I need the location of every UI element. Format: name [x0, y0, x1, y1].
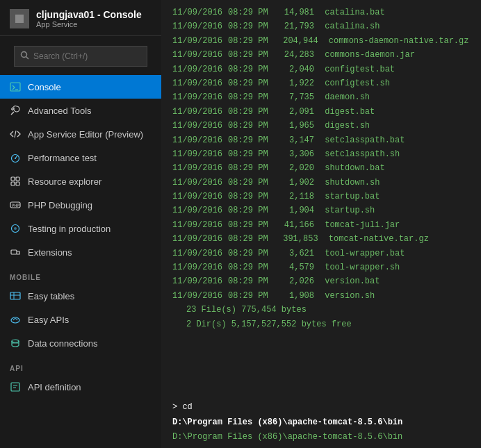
sidebar-item-data-connections-label: Data connections [28, 338, 97, 349]
file-date: 11/09/2016 [172, 260, 228, 274]
sidebar-item-advanced-tools[interactable]: Advanced Tools [0, 99, 161, 122]
svg-rect-20 [10, 292, 20, 299]
cmd-path-typed: D:\Program Files (x86)\apache-tomcat-8.5… [172, 415, 470, 431]
file-row: 11/09/2016 08:29 PM 204,944 commons-daem… [172, 34, 470, 48]
file-size: 1,965 [283, 119, 325, 133]
file-date: 11/09/2016 [172, 48, 228, 62]
file-name: commons-daemon-native.tar.gz [329, 34, 469, 48]
file-date: 11/09/2016 [172, 119, 228, 133]
file-size: 14,981 [283, 6, 325, 19]
svg-rect-13 [11, 182, 15, 185]
file-name: digest.bat [325, 105, 375, 119]
sidebar-item-easy-apis[interactable]: Easy APIs [0, 308, 161, 331]
file-name: shutdown.bat [325, 161, 384, 175]
sidebar-item-console[interactable]: Console [0, 75, 161, 99]
file-time: 08:29 PM [228, 274, 283, 288]
file-date: 11/09/2016 [172, 147, 228, 161]
file-name: version.bat [325, 274, 380, 288]
file-row: 11/09/2016 08:29 PM 2,020 shutdown.bat [172, 161, 470, 175]
file-size: 1,904 [283, 204, 325, 217]
file-name: setclasspath.bat [325, 133, 405, 147]
search-box[interactable] [14, 46, 147, 67]
file-time: 08:29 PM [228, 218, 283, 232]
file-time: 08:29 PM [228, 105, 283, 119]
file-time: 08:29 PM [228, 161, 283, 175]
file-date: 11/09/2016 [172, 176, 228, 190]
svg-rect-11 [11, 177, 15, 181]
file-name: daemon.sh [325, 90, 370, 104]
file-row: 11/09/2016 08:29 PM 3,621 tool-wrapper.b… [172, 247, 470, 260]
file-name: version.sh [325, 289, 375, 303]
sidebar-item-performance-test-label: Performance test [28, 153, 97, 163]
file-row: 11/09/2016 08:29 PM 1,902 shutdown.sh [172, 176, 470, 190]
file-row: 11/09/2016 08:29 PM 24,283 commons-daemo… [172, 48, 470, 62]
file-size: 1,922 [283, 76, 325, 90]
file-size: 391,853 [283, 232, 329, 246]
file-name: startup.bat [325, 190, 380, 204]
file-time: 08:29 PM [228, 63, 283, 76]
flask-icon [10, 223, 21, 234]
file-row: 11/09/2016 08:29 PM 1,922 configtest.sh [172, 76, 470, 90]
file-size: 3,621 [283, 247, 325, 260]
file-time: 08:29 PM [228, 147, 283, 161]
app-subtitle: App Service [36, 20, 142, 28]
console-output[interactable]: 11/09/2016 08:29 PM 14,981 catalina.bat1… [161, 0, 481, 392]
file-name: tool-wrapper.sh [325, 260, 400, 274]
sidebar-item-resource-explorer-label: Resource explorer [28, 176, 101, 187]
file-row: 11/09/2016 08:29 PM 3,147 setclasspath.b… [172, 133, 470, 147]
summary-dirs: 2 Dir(s) 5,157,527,552 bytes free [172, 317, 470, 331]
sidebar-item-api-definition[interactable]: API definition [0, 375, 161, 399]
file-row: 11/09/2016 08:29 PM 2,118 startup.bat [172, 190, 470, 204]
svg-rect-1 [15, 15, 24, 23]
file-time: 08:29 PM [228, 90, 283, 104]
svg-point-2 [22, 52, 27, 58]
sidebar-item-php-debugging-label: PHP Debugging [28, 200, 92, 210]
file-row: 11/09/2016 08:29 PM 7,735 daemon.sh [172, 90, 470, 104]
file-size: 3,147 [283, 133, 325, 147]
sidebar-item-app-service-editor[interactable]: App Service Editor (Preview) [0, 122, 161, 146]
file-date: 11/09/2016 [172, 34, 228, 48]
svg-point-10 [15, 158, 16, 159]
file-date: 11/09/2016 [172, 232, 228, 246]
file-size: 204,944 [283, 34, 329, 48]
wrench-icon [10, 105, 21, 116]
file-row: 11/09/2016 08:29 PM 2,026 version.bat [172, 274, 470, 288]
search-input[interactable] [33, 51, 141, 61]
code-icon [10, 128, 21, 140]
sidebar-item-php-debugging[interactable]: PHP PHP Debugging [0, 193, 161, 217]
sidebar-item-testing-production[interactable]: Testing in production [0, 217, 161, 240]
sidebar-item-easy-tables-label: Easy tables [28, 291, 74, 301]
sidebar-item-extensions[interactable]: Extensions [0, 240, 161, 264]
file-date: 11/09/2016 [172, 105, 228, 119]
sidebar-item-extensions-label: Extensions [28, 247, 72, 258]
sidebar-item-resource-explorer[interactable]: Resource explorer [0, 169, 161, 193]
file-date: 11/09/2016 [172, 19, 228, 33]
file-row: 11/09/2016 08:29 PM 14,981 catalina.bat [172, 6, 470, 19]
sidebar-item-easy-tables[interactable]: Easy tables [0, 284, 161, 308]
svg-line-7 [15, 131, 16, 138]
database-icon [10, 338, 21, 349]
file-time: 08:29 PM [228, 176, 283, 190]
sidebar: cljungjava01 - Console App Service [0, 0, 161, 448]
file-size: 2,091 [283, 105, 325, 119]
file-size: 2,118 [283, 190, 325, 204]
svg-rect-14 [16, 182, 19, 185]
svg-rect-19 [11, 250, 17, 254]
app-icon [10, 9, 29, 28]
sidebar-item-performance-test[interactable]: Performance test [0, 146, 161, 169]
file-name: catalina.sh [325, 19, 380, 33]
sidebar-item-testing-production-label: Testing in production [28, 224, 111, 234]
file-size: 2,020 [283, 161, 325, 175]
file-date: 11/09/2016 [172, 6, 228, 19]
file-size: 21,793 [283, 19, 325, 33]
file-date: 11/09/2016 [172, 133, 228, 147]
resource-icon [10, 176, 21, 187]
file-time: 08:29 PM [228, 289, 283, 303]
svg-line-6 [11, 112, 14, 115]
file-row: 11/09/2016 08:29 PM 1,904 startup.sh [172, 204, 470, 217]
sidebar-item-data-connections[interactable]: Data connections [0, 331, 161, 355]
file-row: 11/09/2016 08:29 PM 1,908 version.sh [172, 289, 470, 303]
file-date: 11/09/2016 [172, 90, 228, 104]
app-header: cljungjava01 - Console App Service [0, 0, 161, 36]
file-size: 1,902 [283, 176, 325, 190]
